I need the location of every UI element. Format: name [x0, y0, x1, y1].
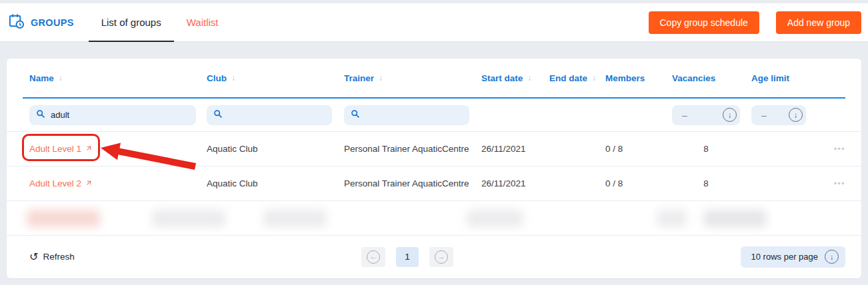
- name-search-box[interactable]: [29, 105, 196, 125]
- redacted-members-blob: [657, 210, 687, 227]
- cell-members: 0 / 8: [605, 144, 672, 154]
- sort-down-icon[interactable]: ↓: [59, 73, 63, 83]
- redacted-club-blob: [152, 210, 225, 227]
- club-search-input[interactable]: [228, 110, 325, 120]
- tab-bar: List of groups Waitlist: [89, 3, 231, 41]
- column-header-age-limit: Age limit: [751, 73, 819, 83]
- top-bar: GROUPS List of groups Waitlist Copy grou…: [0, 3, 868, 42]
- add-new-group-button[interactable]: Add new group: [776, 11, 861, 34]
- arrow-left-circle-icon: ←: [367, 250, 380, 264]
- module-title: GROUPS: [31, 17, 74, 28]
- page-number-button[interactable]: 1: [396, 247, 419, 267]
- column-header-trainer[interactable]: Trainer ↓: [344, 73, 481, 83]
- groups-calendar-clock-icon: [8, 13, 25, 32]
- redacted-name-blob: [27, 210, 100, 227]
- redacted-table-row: [7, 201, 861, 236]
- redacted-age-limit-blob: [703, 210, 767, 227]
- groups-table-card: Name ↓ Club ↓ Trainer ↓ Start date ↓ End…: [7, 59, 861, 278]
- pagination: ← 1 →: [361, 247, 453, 267]
- column-header-name[interactable]: Name ↓: [29, 73, 207, 83]
- search-icon: [351, 109, 360, 121]
- open-link-ne-arrow-icon: [85, 144, 93, 154]
- table-header-row: Name ↓ Club ↓ Trainer ↓ Start date ↓ End…: [7, 59, 861, 97]
- tab-label: Waitlist: [187, 17, 219, 28]
- rows-per-page-select[interactable]: 10 rows per page ↓: [741, 246, 845, 268]
- chevron-down-circle-icon: ↓: [825, 250, 839, 264]
- chevron-down-circle-icon[interactable]: ↓: [723, 108, 737, 122]
- age-limit-filter-value: –: [761, 110, 767, 121]
- sort-down-icon[interactable]: ↓: [527, 73, 531, 83]
- vacancies-filter-select[interactable]: – ↓: [672, 105, 740, 125]
- search-icon: [213, 109, 223, 121]
- redacted-start-date-blob: [467, 210, 523, 227]
- refresh-label: Refresh: [43, 252, 74, 262]
- refresh-icon: ↺: [29, 250, 38, 263]
- tab-list-of-groups[interactable]: List of groups: [89, 3, 174, 41]
- header-actions: Copy group schedule Add new group: [649, 11, 868, 34]
- cell-trainer: Personal Trainer AquaticCentre: [344, 178, 481, 188]
- cell-vacancies: 8: [672, 144, 740, 154]
- age-limit-filter-select[interactable]: – ↓: [751, 105, 806, 125]
- refresh-button[interactable]: ↺ Refresh: [29, 250, 75, 263]
- table-row: Adult Level 2 Aquatic Club Personal Trai…: [7, 166, 861, 201]
- table-row: Adult Level 1 Aquatic Club Personal Trai…: [7, 132, 861, 166]
- row-more-options-icon[interactable]: •••: [834, 144, 845, 154]
- arrow-right-circle-icon: →: [435, 250, 448, 264]
- search-icon: [36, 109, 45, 121]
- tab-waitlist[interactable]: Waitlist: [174, 3, 231, 41]
- column-header-members: Members: [605, 73, 672, 83]
- module-header: GROUPS List of groups Waitlist: [0, 3, 231, 41]
- copy-group-schedule-button[interactable]: Copy group schedule: [649, 11, 759, 34]
- next-page-button[interactable]: →: [429, 247, 453, 267]
- sort-down-icon[interactable]: ↓: [231, 73, 235, 83]
- sort-down-icon[interactable]: ↓: [379, 73, 383, 83]
- club-search-box[interactable]: [207, 105, 332, 125]
- cell-club: Aquatic Club: [207, 144, 344, 154]
- open-link-ne-arrow-icon: [85, 178, 93, 188]
- sort-down-icon[interactable]: ↓: [592, 73, 596, 83]
- vacancies-filter-value: –: [682, 110, 687, 121]
- redacted-trainer-blob: [263, 210, 327, 227]
- trainer-search-box[interactable]: [344, 105, 469, 125]
- cell-start-date: 26/11/2021: [481, 144, 549, 154]
- column-header-club[interactable]: Club ↓: [207, 73, 344, 83]
- column-header-vacancies: Vacancies: [672, 73, 751, 83]
- column-header-start-date[interactable]: Start date ↓: [481, 73, 549, 83]
- cell-club: Aquatic Club: [207, 178, 344, 188]
- column-header-end-date[interactable]: End date ↓: [549, 73, 605, 83]
- cell-vacancies: 8: [672, 178, 740, 188]
- table-footer: ↺ Refresh ← 1 → 10 rows per page ↓: [7, 236, 861, 278]
- rows-per-page-label: 10 rows per page: [751, 252, 818, 262]
- previous-page-button[interactable]: ←: [361, 247, 385, 267]
- cell-members: 0 / 8: [605, 178, 672, 188]
- row-more-options-icon[interactable]: •••: [834, 179, 845, 188]
- tab-label: List of groups: [101, 17, 161, 28]
- trainer-search-input[interactable]: [365, 110, 463, 120]
- cell-start-date: 26/11/2021: [481, 178, 549, 188]
- cell-trainer: Personal Trainer AquaticCentre: [344, 144, 481, 154]
- group-link-adult-level-2[interactable]: Adult Level 2: [29, 178, 207, 188]
- group-link-adult-level-1[interactable]: Adult Level 1: [29, 144, 207, 154]
- filter-row: – ↓ – ↓: [7, 99, 861, 132]
- name-search-input[interactable]: [51, 110, 189, 120]
- chevron-down-circle-icon[interactable]: ↓: [789, 108, 803, 122]
